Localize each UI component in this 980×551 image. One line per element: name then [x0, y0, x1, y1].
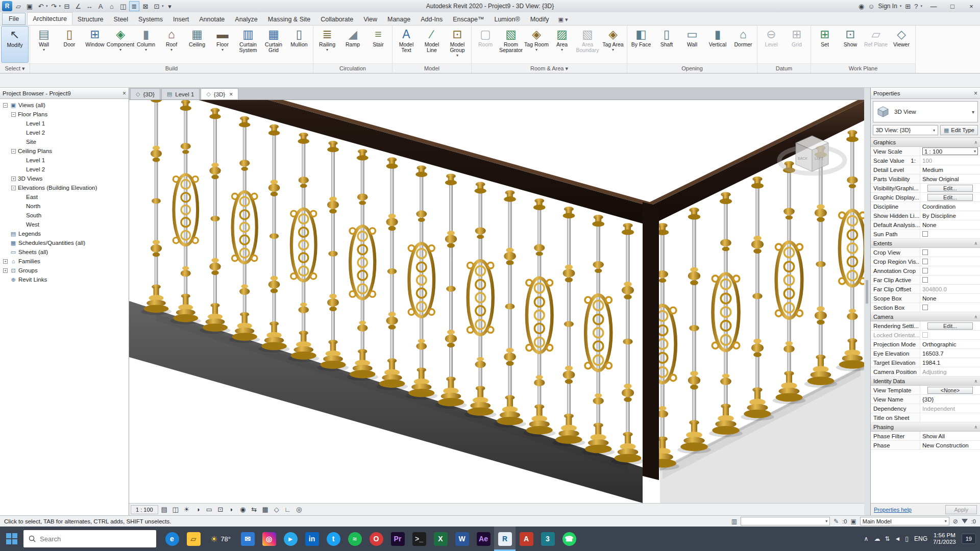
taskbar-app-terminal[interactable]: >_	[408, 527, 430, 551]
locked-orientat-checkbox[interactable]	[922, 332, 928, 338]
ribbon-button-modify[interactable]: ↖Modify	[1, 26, 29, 63]
panel-label-model[interactable]: Model	[393, 63, 471, 73]
battery-icon[interactable]: ▯	[905, 535, 909, 542]
ribbon-button-model-line[interactable]: ∕Model Line	[419, 26, 445, 63]
type-selector[interactable]: 3D View ▾	[873, 101, 978, 122]
view-tab-close-icon[interactable]: ×	[229, 91, 233, 98]
taskbar-app-after-effects[interactable]: Ae	[473, 527, 494, 551]
ribbon-button-tag-area[interactable]: ◈Tag Area▾	[600, 26, 626, 63]
sun-path-checkbox[interactable]	[922, 231, 928, 237]
network-icon[interactable]: ⇅	[885, 535, 890, 542]
property-value-dependency[interactable]: Independent	[920, 404, 980, 413]
ribbon-button-model-group[interactable]: ⊡Model Group▾	[445, 26, 470, 63]
section-header-identity-data[interactable]: Identity Data∧	[871, 377, 980, 386]
property-value-graphic-display[interactable]: Edit...	[920, 193, 980, 202]
open-file-button[interactable]: ▱	[13, 1, 23, 11]
floor-dropdown-icon[interactable]: ▾	[222, 47, 224, 52]
ribbon-tab-architecture[interactable]: Architecture	[27, 12, 72, 25]
property-value-show-hidden-li[interactable]: By Discipline	[920, 211, 980, 220]
ribbon-button-curtain-system[interactable]: ▥Curtain System	[235, 26, 261, 63]
ribbon-tab-view[interactable]: View	[358, 13, 382, 25]
panel-label-datum[interactable]: Datum	[757, 63, 811, 73]
ribbon-tab-modify[interactable]: Modify	[525, 13, 554, 25]
ribbon-button-wall[interactable]: ▭Wall	[679, 26, 705, 63]
ribbon-tab-enscape[interactable]: Enscape™	[448, 13, 489, 25]
crop-region-vis-checkbox[interactable]	[922, 259, 928, 264]
aligned-dimension-button[interactable]: ↔	[84, 1, 94, 11]
property-value-target-elevation[interactable]: 1984.1	[920, 358, 980, 367]
sign-in-button[interactable]: Sign In	[878, 3, 897, 10]
property-value-discipline[interactable]: Coordination	[920, 202, 980, 211]
ribbon-button-stair[interactable]: ≡Stair	[365, 26, 391, 63]
print-button[interactable]: ⊟	[62, 1, 72, 11]
taskbar-app-mail[interactable]: ✉	[237, 527, 258, 551]
ribbon-button-roof[interactable]: ⌂Roof▾	[159, 26, 184, 63]
temporary-view-properties-icon[interactable]: ▦	[260, 505, 271, 515]
section-header-graphics[interactable]: Graphics∧	[871, 138, 980, 147]
roof-dropdown-icon[interactable]: ▾	[170, 47, 173, 52]
ribbon-tab-steel[interactable]: Steel	[109, 13, 134, 25]
taskbar-app-opera[interactable]: O	[365, 527, 387, 551]
reveal-constraints-icon[interactable]: ∟	[283, 505, 293, 515]
sun-path-icon[interactable]: ☀	[182, 505, 192, 515]
tree-item-schedules-quantities-all[interactable]: ▦Schedules/Quantities (all)	[0, 238, 129, 247]
corner-post[interactable]	[643, 202, 659, 480]
tree-expander-icon[interactable]: −	[11, 112, 16, 117]
taskbar-app-autocad[interactable]: A	[516, 527, 537, 551]
tray-chevron-icon[interactable]: ∧	[864, 535, 869, 542]
filter-icon[interactable]	[962, 519, 968, 523]
taskbar-app-premiere[interactable]: Pr	[387, 527, 408, 551]
properties-help-link[interactable]: Properties help	[874, 507, 912, 513]
tree-item-west[interactable]: West	[0, 220, 129, 229]
panel-label-build[interactable]: Build	[30, 63, 313, 73]
model-group-dropdown-icon[interactable]: ▾	[456, 53, 458, 58]
detail-level-icon[interactable]: ▤	[159, 505, 169, 515]
property-value-default-analysis[interactable]: None	[920, 220, 980, 229]
type-selector-dropdown-icon[interactable]: ▾	[972, 109, 974, 115]
ribbon-button-tag-room[interactable]: ◈Tag Room▾	[524, 26, 549, 63]
sign-in-dropdown-icon[interactable]: ▾	[900, 4, 902, 8]
customize-qat-button[interactable]: ▾	[165, 1, 175, 11]
taskbar-search[interactable]	[23, 530, 156, 547]
worksets-dropdown-icon[interactable]: ▾	[825, 519, 827, 523]
visual-style-icon[interactable]: ◫	[170, 505, 181, 515]
tree-item-north[interactable]: North	[0, 202, 129, 211]
ribbon-button-ceiling[interactable]: ▦Ceiling	[184, 26, 210, 63]
component-dropdown-icon[interactable]: ▾	[119, 47, 121, 52]
onedrive-icon[interactable]: ☁	[874, 535, 880, 542]
ribbon-button-mullion[interactable]: ▯Mullion	[286, 26, 312, 63]
view-tab-level-1-1[interactable]: ▤Level 1	[161, 88, 200, 99]
taskbar-app-whatsapp[interactable]: ☎	[558, 527, 580, 551]
property-value-locked-orientat[interactable]	[920, 331, 980, 339]
ribbon-button-component[interactable]: ◈Component▾	[108, 26, 133, 63]
section-box-checkbox[interactable]	[922, 305, 928, 310]
ribbon-button-vertical[interactable]: ▮Vertical	[705, 26, 730, 63]
worksets-combo[interactable]: ▾	[741, 517, 830, 525]
close-inactive-views-button[interactable]: ⊠	[140, 1, 151, 11]
property-value-scope-box[interactable]: None	[920, 294, 980, 303]
view-scale-combo[interactable]: 1 : 100▾	[922, 147, 978, 155]
property-value-title-on-sheet[interactable]	[920, 413, 980, 422]
palette-splitter[interactable]	[864, 88, 870, 515]
graphic-display-edit-button[interactable]: Edit...	[927, 194, 973, 201]
view-tab-3d-2[interactable]: ◇{3D}×	[201, 88, 238, 99]
ribbon-tab-systems[interactable]: Systems	[133, 13, 168, 25]
ribbon-tab-file[interactable]: File	[2, 13, 26, 25]
tree-item-east[interactable]: East	[0, 192, 129, 202]
ribbon-tab-structure[interactable]: Structure	[72, 13, 109, 25]
view-template-edit-button[interactable]: <None>	[927, 387, 973, 394]
taskbar-app-revit[interactable]: R	[494, 527, 516, 551]
ribbon-button-column[interactable]: ▮Column▾	[133, 26, 159, 63]
ribbon-button-room-separator[interactable]: ▧Room Separator	[498, 26, 524, 63]
notification-count-badge[interactable]: 19	[962, 534, 976, 544]
analytical-model-icon[interactable]: ◎	[294, 505, 304, 515]
help-icon[interactable]: ?	[914, 3, 918, 10]
ribbon-button-floor[interactable]: ▬Floor▾	[210, 26, 235, 63]
property-value-scale-value-1[interactable]: 100	[920, 156, 980, 165]
ribbon-tab-collaborate[interactable]: Collaborate	[315, 13, 358, 25]
section-collapse-icon[interactable]: ∧	[974, 379, 977, 384]
switch-windows-dropdown-icon[interactable]: ▾	[162, 4, 164, 8]
panel-label-room-area[interactable]: Room & Area ▾	[472, 63, 627, 73]
properties-close-icon[interactable]: ×	[974, 90, 977, 97]
section-collapse-icon[interactable]: ∧	[974, 424, 977, 430]
